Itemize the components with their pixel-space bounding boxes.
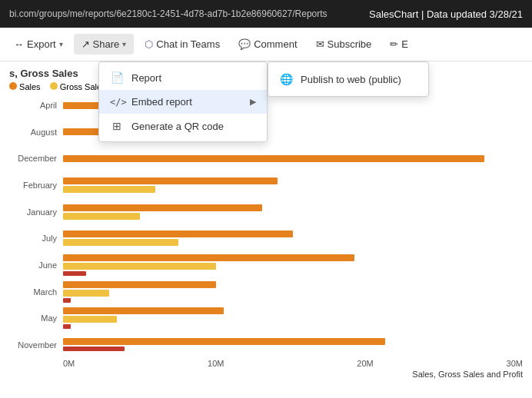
y-label: March [9,281,57,303]
comment-button[interactable]: 💬 Comment [231,34,304,55]
x-label: 20M [357,359,373,368]
legend-gross-dot [50,82,58,90]
edit-icon: ✏ [390,38,398,50]
embed-arrow-icon: ▶ [250,97,256,107]
publish-icon: 🌐 [279,73,293,85]
x-label: 10M [208,359,224,368]
x-label: 30M [507,359,523,368]
y-label: February [9,174,57,196]
x-axis: 0M10M20M30M [9,359,523,368]
bar-row [63,148,523,169]
bar-row [63,227,523,249]
bar-gross [63,290,109,297]
bar-sales [63,231,293,237]
toolbar: ↔ Export ▾ ↗ Share ▾ ⬡ Chat in Teams 💬 C… [0,28,532,61]
bar-row [63,174,523,196]
bar-gross [63,316,117,323]
export-chevron: ▾ [59,40,63,48]
bar-sales [63,177,278,184]
bar-row [63,201,523,223]
bar-gross [63,239,178,246]
y-label: May [9,307,57,329]
share-chevron: ▾ [122,40,126,48]
legend-gross: Gross Sales [50,82,106,91]
bar-row [63,254,523,276]
y-label: August [9,121,57,143]
bar-sales [63,338,385,345]
report-icon: 📄 [110,71,124,84]
top-bar: bi.com/groups/me/reports/6e2180c1-2451-4… [0,0,532,28]
bar-profit [63,324,71,329]
chart-subtitle: Sales, Gross Sales and Profit [9,370,523,379]
subscribe-button[interactable]: ✉ Subscribe [308,34,380,55]
edit-button[interactable]: ✏ E [382,34,416,55]
y-label: July [9,227,57,249]
qr-icon: ⊞ [110,120,124,132]
bar-sales [63,281,216,288]
y-label: November [9,334,57,356]
bar-gross [63,213,140,220]
bar-sales [63,155,484,162]
bar-sales [63,254,354,261]
share-dropdown: 📄 Report </> Embed report ▶ ⊞ Generate a… [98,61,268,142]
share-button[interactable]: ↗ Share ▾ [74,34,135,55]
y-label: January [9,201,57,223]
y-label: June [9,254,57,276]
y-label: December [9,148,57,169]
bar-gross [63,186,155,193]
submenu-item-publish[interactable]: 🌐 Publish to web (public) [268,65,428,93]
share-icon: ↗ [81,38,90,50]
embed-icon: </> [110,97,124,108]
bar-gross [63,263,216,270]
url-bar: bi.com/groups/me/reports/6e2180c1-2451-4… [9,8,369,19]
legend-sales: Sales [9,82,41,91]
bar-profit [63,347,125,351]
chat-in-teams-button[interactable]: ⬡ Chat in Teams [137,34,228,55]
y-label: April [9,95,57,116]
bar-row [63,334,523,356]
legend-sales-dot [9,82,17,90]
bar-profit [63,298,71,303]
embed-submenu: 🌐 Publish to web (public) [268,61,429,97]
x-label: 0M [63,359,75,368]
menu-item-qr[interactable]: ⊞ Generate a QR code [99,114,267,138]
export-icon: ↔ [14,38,24,50]
comment-icon: 💬 [238,38,251,50]
teams-icon: ⬡ [145,38,153,50]
report-title: SalesChart | Data updated 3/28/21 [369,8,523,20]
bar-row [63,281,523,303]
bar-row [63,307,523,329]
menu-item-embed[interactable]: </> Embed report ▶ [99,90,267,114]
bar-sales [63,204,262,211]
export-button[interactable]: ↔ Export ▾ [6,34,71,55]
bar-profit [63,271,86,276]
subscribe-icon: ✉ [316,38,324,50]
menu-item-report[interactable]: 📄 Report [99,65,267,90]
bar-sales [63,307,224,314]
y-axis: AprilAugustDecemberFebruaryJanuaryJulyJu… [9,95,63,356]
